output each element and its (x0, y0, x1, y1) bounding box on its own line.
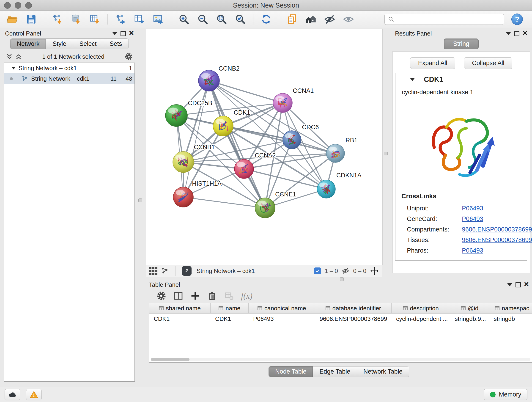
float-panel-icon[interactable] (120, 31, 126, 36)
export-table-button[interactable] (131, 12, 148, 27)
table-cell[interactable]: stringdb:9... (450, 313, 489, 324)
open-external-button[interactable] (182, 266, 191, 276)
close-panel-icon[interactable]: × (524, 280, 529, 288)
cloud-icon (8, 390, 17, 399)
chevrons-down-icon[interactable] (6, 53, 13, 60)
show-graphics-details-button[interactable] (340, 12, 357, 27)
network-edge[interactable] (183, 81, 209, 197)
column-header[interactable]: @id (450, 303, 489, 313)
column-header[interactable]: name (210, 303, 249, 313)
warnings-button[interactable] (26, 389, 42, 400)
tab-style[interactable]: Style (46, 39, 73, 49)
selected-checkbox-icon[interactable] (314, 268, 321, 274)
memory-button[interactable]: Memory (484, 389, 527, 400)
import-network-database-button[interactable] (67, 12, 85, 27)
delete-column-trash-icon[interactable] (207, 291, 217, 301)
minimize-window-button[interactable] (15, 2, 21, 9)
chevrons-up-icon[interactable] (15, 53, 22, 60)
node-label-ccnb1: CCNB1 (194, 144, 215, 151)
float-panel-icon[interactable] (514, 31, 519, 36)
grid-view-icon[interactable] (149, 267, 157, 275)
export-network-button[interactable] (112, 12, 129, 27)
gear-icon[interactable] (125, 52, 133, 61)
import-network-file-button[interactable] (48, 12, 66, 27)
function-builder-icon[interactable]: f(x) (241, 291, 253, 301)
scrollbar-thumb[interactable] (151, 358, 190, 361)
open-session-button[interactable] (4, 12, 21, 27)
network-edge[interactable] (183, 197, 265, 208)
crosslink-link[interactable]: P06493 (462, 245, 483, 256)
tab-network[interactable]: Network (10, 39, 46, 49)
zoom-window-button[interactable] (25, 2, 32, 9)
import-table-button[interactable] (86, 12, 103, 27)
table-cell[interactable]: stringdb (489, 313, 532, 324)
table-horizontal-scrollbar[interactable] (151, 358, 530, 361)
table-cell[interactable]: 9606.ENSP00000378699 (315, 313, 392, 324)
column-header[interactable]: description (392, 303, 450, 313)
hidden-eye-icon[interactable] (342, 267, 349, 275)
network-canvas[interactable]: CCNB2CCNA1CDC25BCDK1CDC6RB1CCNB1CCNA2CDK… (146, 29, 383, 265)
crosslink-link[interactable]: P06493 (462, 203, 483, 214)
tab-edge-table[interactable]: Edge Table (313, 366, 357, 377)
crosslinks-section: CrossLinks Uniprot:P06493GeneCard:P06493… (395, 189, 527, 260)
network-edge[interactable] (209, 81, 283, 103)
close-window-button[interactable] (4, 2, 11, 9)
table-row[interactable]: CDK1CDK1P064939606.ENSP00000378699cyclin… (149, 313, 532, 324)
column-header[interactable]: shared name (149, 303, 210, 313)
table-cell[interactable]: CDK1 (210, 313, 249, 324)
table-settings-gear-icon[interactable] (156, 291, 166, 301)
network-collection-row[interactable]: String Network – cdk1 1 (4, 63, 134, 73)
vertical-splitter-grip[interactable] (138, 198, 142, 202)
network-node-rb1[interactable] (326, 144, 345, 162)
disclosure-triangle-icon[interactable] (410, 78, 415, 81)
column-header[interactable]: canonical name (249, 303, 315, 313)
close-panel-icon[interactable]: × (129, 29, 134, 37)
network-share-icon[interactable] (161, 267, 169, 275)
tab-string[interactable]: String (444, 38, 479, 49)
collapse-panel-icon[interactable] (112, 32, 117, 35)
protein-card-header[interactable]: CDK1 (395, 73, 527, 86)
vertical-splitter-grip[interactable] (384, 152, 388, 155)
tab-sets[interactable]: Sets (103, 39, 128, 49)
table-cell[interactable]: CDK1 (149, 313, 210, 324)
crosslink-link[interactable]: 9606.ENSP00000378699 (462, 235, 532, 245)
cloud-status-button[interactable] (5, 389, 20, 400)
collapse-all-button[interactable]: Collapse All (464, 57, 512, 69)
table-cell[interactable]: P06493 (249, 313, 315, 324)
column-header[interactable]: namespac (489, 303, 532, 313)
table-cell[interactable]: cyclin-dependent ... (392, 313, 450, 324)
network-selector-row: 1 of 1 Network selected (2, 51, 137, 62)
network-edge[interactable] (209, 81, 265, 208)
window-controls (4, 2, 32, 9)
network-overview-button[interactable] (302, 12, 320, 27)
network-row[interactable]: String Network – cdk1 11 48 (4, 73, 134, 84)
select-columns-icon[interactable] (173, 291, 183, 301)
zoom-in-button[interactable] (175, 12, 193, 27)
help-button[interactable]: ? (511, 13, 523, 25)
close-panel-icon[interactable]: × (523, 29, 527, 37)
column-header[interactable]: database identifier (315, 303, 392, 313)
search-input[interactable] (397, 16, 500, 23)
horizontal-splitter-grip[interactable] (340, 277, 344, 281)
add-column-icon[interactable] (190, 291, 200, 301)
tab-select[interactable]: Select (73, 39, 103, 49)
tab-node-table[interactable]: Node Table (269, 366, 313, 377)
disclosure-triangle-icon[interactable] (11, 67, 16, 70)
toolbar-separator (44, 14, 44, 25)
expand-all-button[interactable]: Expand All (410, 57, 456, 69)
apply-layout-button[interactable] (258, 12, 275, 27)
crosslink-link[interactable]: 9606.ENSP00000378699 (462, 224, 532, 235)
collapse-panel-icon[interactable] (507, 283, 512, 286)
zoom-fit-button[interactable] (213, 12, 230, 27)
tab-network-table[interactable]: Network Table (357, 366, 409, 377)
zoom-selected-button[interactable] (232, 12, 249, 27)
export-image-button[interactable] (149, 12, 167, 27)
collapse-panel-icon[interactable] (506, 32, 511, 35)
save-session-button[interactable] (22, 12, 40, 27)
move-crosshair-icon[interactable] (370, 267, 379, 275)
float-panel-icon[interactable] (515, 282, 521, 287)
crosslink-link[interactable]: P06493 (462, 214, 483, 224)
copy-button[interactable] (283, 12, 301, 27)
hide-annotations-button[interactable] (321, 12, 338, 27)
zoom-out-button[interactable] (194, 12, 211, 27)
